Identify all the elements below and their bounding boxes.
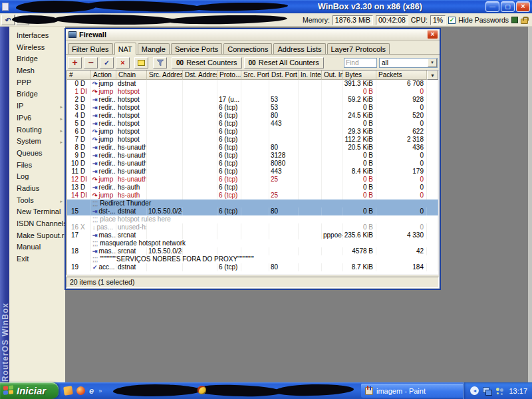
nat-rule-row[interactable]: 0D↷jumpdstnat391.3 KiB6 708 — [67, 80, 438, 88]
nat-rule-row[interactable]: 1DI↷jumphotspot0 B0 — [67, 88, 438, 96]
sidebar-item-make-supout-rif[interactable]: Make Supout.rif — [9, 230, 65, 242]
nat-rule-row[interactable]: 16X↓pas...unused-hs...0 B0 — [67, 223, 438, 231]
nat-rule-row[interactable]: 2D⇥redir...hotspot17 (u...5359.2 KiB928 — [67, 96, 438, 104]
nat-rule-row[interactable]: 9D⇥redir...hs-unauth6 (tcp)31280 B0 — [67, 152, 438, 160]
column-header-proto[interactable]: Proto... — [217, 70, 241, 80]
nat-rule-row[interactable]: 18⇥mas...srcnat10.5.50.0/244578 B42 — [67, 247, 438, 255]
firewall-close-button[interactable]: × — [427, 30, 438, 39]
tray-chevron-icon[interactable]: ◄ — [470, 386, 479, 395]
sidebar-item-tools[interactable]: Tools▸ — [9, 195, 65, 207]
nat-rule-row[interactable]: 3D⇥redir...hotspot6 (tcp)530 B0 — [67, 104, 438, 112]
cell-src-port — [241, 192, 269, 200]
column-header-[interactable]: # — [67, 70, 91, 80]
sidebar-item-exit[interactable]: Exit — [9, 253, 65, 265]
sidebar-item-label: Tools — [17, 196, 34, 204]
sidebar-item-bridge[interactable]: Bridge — [9, 88, 65, 100]
nat-rule-row[interactable]: 11D⇥redir...hs-unauth6 (tcp)4438.4 KiB17… — [67, 168, 438, 176]
hide-passwords-checkbox[interactable]: ✓ — [448, 17, 456, 24]
nat-rule-row[interactable]: 15⇥dst-...dstnat10.5.50.0/246 (tcp)800 B… — [67, 207, 438, 215]
column-header-chain[interactable]: Chain — [116, 70, 147, 80]
tab-filter-rules[interactable]: Filter Rules — [68, 43, 113, 54]
cell-src-address — [147, 128, 183, 136]
taskbar-button-paint[interactable]: imagem - Paint — [361, 384, 478, 398]
nat-rule-row[interactable]: 14DI↷jumphs-auth6 (tcp)250 B0 — [67, 192, 438, 200]
users-tray-icon[interactable] — [495, 387, 505, 395]
column-header-out-int[interactable]: Out. Int... — [322, 70, 343, 80]
sidebar-item-radius[interactable]: Radius — [9, 183, 65, 195]
disable-rule-button[interactable]: × — [116, 57, 130, 68]
column-selector-button[interactable]: ▼ — [427, 70, 438, 80]
cell-out-interface — [322, 128, 343, 136]
sidebar-item-queues[interactable]: Queues — [9, 148, 65, 160]
tab-connections[interactable]: Connections — [223, 43, 272, 54]
nat-comment-row[interactable]: ;;; Redirect Thunder — [67, 200, 438, 207]
filter-dropdown[interactable]: all ▼ — [379, 58, 438, 68]
taskbar-app-icon[interactable] — [198, 386, 206, 394]
start-button[interactable]: Iniciar — [0, 382, 59, 399]
comment-button[interactable] — [134, 57, 148, 68]
quick-launch-paint-icon[interactable] — [63, 386, 73, 396]
sidebar-item-log[interactable]: Log — [9, 171, 65, 183]
nat-rule-row[interactable]: 19✓acc...dstnat6 (tcp)808.7 KiB184 — [67, 263, 438, 271]
nat-rule-row[interactable]: 7D↷jumphotspot6 (tcp)112.2 KiB2 318 — [67, 136, 438, 144]
nat-comment-row[interactable]: ;;; masquerade hotspot network — [67, 239, 438, 247]
sidebar-item-manual[interactable]: Manual — [9, 241, 65, 253]
sidebar-item-isdn-channels[interactable]: ISDN Channels — [9, 218, 65, 230]
cell-out-interface — [322, 263, 343, 271]
reset-all-counters-button[interactable]: 00 Reset All Counters — [244, 57, 324, 68]
nat-rule-row[interactable]: 8D⇥redir...hs-unauth6 (tcp)8020.5 KiB436 — [67, 144, 438, 152]
nat-rule-row[interactable]: 17⇥mas...srcnatpppoe-...235.6 KiB4 330 — [67, 231, 438, 239]
cell-number: 19 — [67, 263, 91, 271]
tab-service-ports[interactable]: Service Ports — [171, 43, 222, 54]
nat-rule-row[interactable]: 10D⇥redir...hs-unauth6 (tcp)80800 B0 — [67, 160, 438, 168]
filter-button[interactable] — [153, 57, 167, 68]
column-header-dst-port[interactable]: Dst. Port — [269, 70, 299, 80]
internet-explorer-icon[interactable]: e — [89, 386, 94, 396]
nat-comment-row[interactable]: ;;; place hotspot rules here — [67, 215, 438, 223]
tab-mangle[interactable]: Mangle — [138, 43, 170, 54]
network-tray-icon[interactable] — [483, 387, 491, 394]
enable-rule-button[interactable]: ✓ — [100, 57, 114, 68]
column-header-action[interactable]: Action — [91, 70, 116, 80]
nat-rule-row[interactable]: 12DI↷jumphs-unauth6 (tcp)250 B0 — [67, 176, 438, 184]
action-redirect-icon: ⇥ — [92, 112, 98, 119]
tab-nat[interactable]: NAT — [114, 43, 136, 55]
column-header-src-port[interactable]: Src. Port — [241, 70, 269, 80]
sidebar-item-ppp[interactable]: PPP — [9, 77, 65, 89]
find-input[interactable] — [344, 58, 377, 68]
cell-out-interface — [322, 223, 343, 231]
sidebar-item-routing[interactable]: Routing▸ — [9, 124, 65, 136]
tab-layer7-protocols[interactable]: Layer7 Protocols — [327, 43, 390, 54]
column-header-src-address[interactable]: Src. Address — [147, 70, 183, 80]
remove-rule-button[interactable]: − — [84, 57, 98, 68]
close-button[interactable]: × — [516, 1, 530, 12]
sidebar-item-ipv6[interactable]: IPv6▸ — [9, 112, 65, 124]
nat-rule-row[interactable]: 4D⇥redir...hotspot6 (tcp)8024.5 KiB520 — [67, 112, 438, 120]
sidebar-item-bridge[interactable]: Bridge — [9, 53, 65, 65]
quick-launch-more-icon[interactable]: » — [98, 388, 102, 394]
column-header-in-inter[interactable]: In. Inter... — [299, 70, 322, 80]
firewall-titlebar[interactable]: Firewall × — [66, 29, 440, 41]
column-header-bytes[interactable]: Bytes — [343, 70, 376, 80]
sidebar-item-ip[interactable]: IP▸ — [9, 100, 65, 112]
sidebar-item-files[interactable]: Files — [9, 160, 65, 172]
nat-comment-row[interactable]: ;;; """""""SERVIÇOS NOBRES FORA DO PROXY… — [67, 255, 438, 263]
cell-action: ⇥redir... — [91, 168, 116, 176]
quick-launch-browser-icon[interactable] — [76, 386, 85, 395]
nat-rule-row[interactable]: 5D⇥redir...hotspot6 (tcp)4430 B0 — [67, 120, 438, 128]
restore-button[interactable]: ▢ — [501, 1, 515, 12]
sidebar-item-mesh[interactable]: Mesh — [9, 65, 65, 77]
sidebar-item-interfaces[interactable]: Interfaces — [9, 30, 65, 42]
nat-rule-row[interactable]: 13D⇥redir...hs-auth6 (tcp)0 B0 — [67, 184, 438, 192]
nat-rule-row[interactable]: 6D↷jumphotspot6 (tcp)29.3 KiB622 — [67, 128, 438, 136]
sidebar-item-new-terminal[interactable]: New Terminal — [9, 206, 65, 218]
tab-address-lists[interactable]: Address Lists — [273, 43, 325, 54]
add-rule-button[interactable]: + — [68, 57, 82, 68]
reset-counters-button[interactable]: 00 Reset Counters — [172, 57, 242, 68]
column-header-packets[interactable]: Packets — [376, 70, 427, 80]
sidebar-item-wireless[interactable]: Wireless — [9, 42, 65, 54]
column-header-dst-address[interactable]: Dst. Address — [183, 70, 217, 80]
minimize-button[interactable]: — — [485, 1, 499, 12]
sidebar-item-system[interactable]: System▸ — [9, 136, 65, 148]
dropdown-arrow-icon[interactable]: ▼ — [428, 59, 437, 67]
